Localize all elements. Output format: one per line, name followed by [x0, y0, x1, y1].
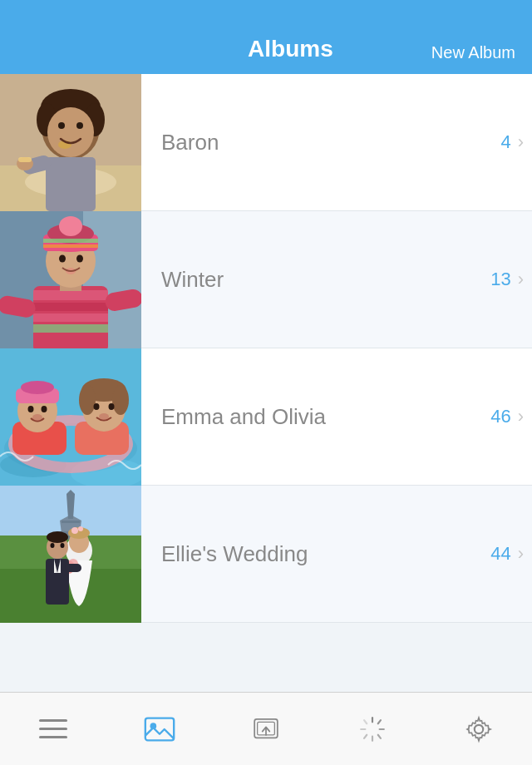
svg-point-78 [61, 543, 65, 548]
svg-rect-20 [33, 313, 108, 322]
chevron-icon-emma-olivia: › [518, 406, 524, 427]
album-count-winter: 13 [490, 269, 510, 290]
tab-gallery[interactable] [106, 693, 213, 765]
spinner-icon [357, 713, 388, 745]
svg-rect-22 [33, 335, 108, 343]
album-thumbnail-ellies-wedding [0, 486, 141, 623]
svg-point-53 [79, 385, 96, 415]
album-info-baron: Baron 4 › [141, 130, 532, 155]
svg-point-32 [76, 254, 83, 262]
album-right-baron: 4 › [500, 131, 524, 153]
album-thumbnail-baron [0, 74, 141, 211]
album-count-ellies-wedding: 44 [490, 543, 510, 565]
header: Albums New Album [0, 0, 532, 74]
svg-rect-14 [18, 157, 32, 162]
svg-rect-21 [33, 324, 108, 333]
svg-rect-79 [65, 564, 81, 572]
svg-line-89 [364, 734, 367, 738]
svg-point-54 [112, 385, 129, 415]
svg-rect-11 [46, 157, 96, 211]
upload-icon [248, 711, 284, 748]
album-info-winter: Winter 13 › [141, 267, 532, 293]
svg-line-85 [378, 720, 381, 723]
hamburger-icon [35, 711, 71, 748]
album-right-winter: 13 › [490, 269, 524, 290]
svg-point-10 [76, 122, 83, 129]
album-item-emma-olivia[interactable]: Emma and Olivia 46 › [0, 348, 532, 486]
tab-menu[interactable] [0, 693, 106, 765]
svg-line-91 [364, 720, 367, 723]
album-info-ellies-wedding: Ellie's Wedding 44 › [141, 541, 532, 567]
svg-point-55 [94, 403, 100, 410]
album-right-ellies-wedding: 44 › [490, 543, 524, 565]
tab-settings[interactable] [426, 693, 532, 765]
album-name-winter: Winter [161, 267, 224, 293]
svg-point-9 [58, 122, 65, 129]
chevron-icon-winter: › [518, 269, 524, 290]
album-item-baron[interactable]: Baron 4 › [0, 74, 532, 211]
album-thumbnail-emma-olivia [0, 348, 141, 486]
tab-upload[interactable] [213, 693, 319, 765]
svg-point-56 [109, 403, 115, 410]
svg-point-76 [47, 531, 68, 543]
svg-line-87 [378, 734, 381, 738]
new-album-button[interactable]: New Album [431, 43, 515, 62]
svg-rect-18 [33, 290, 108, 300]
svg-point-46 [21, 381, 54, 394]
svg-rect-74 [46, 559, 69, 605]
svg-point-7 [47, 107, 94, 157]
svg-point-92 [475, 724, 483, 733]
svg-rect-65 [62, 521, 80, 523]
tab-bar [0, 692, 532, 765]
tab-activity[interactable] [319, 693, 426, 765]
svg-point-49 [32, 414, 42, 421]
svg-point-57 [99, 413, 109, 420]
album-name-ellies-wedding: Ellie's Wedding [161, 541, 308, 567]
album-info-emma-olivia: Emma and Olivia 46 › [141, 404, 532, 430]
svg-point-30 [59, 216, 82, 236]
chevron-icon-baron: › [518, 131, 524, 153]
svg-rect-19 [33, 303, 108, 311]
album-name-baron: Baron [161, 130, 219, 155]
album-item-ellies-wedding[interactable]: Ellie's Wedding 44 › [0, 486, 532, 623]
album-count-baron: 4 [500, 131, 510, 153]
svg-point-77 [51, 543, 55, 548]
svg-point-71 [78, 526, 83, 531]
chevron-icon-ellies-wedding: › [518, 543, 524, 565]
album-list: Baron 4 › [0, 74, 532, 623]
album-count-emma-olivia: 46 [490, 406, 510, 427]
album-item-winter[interactable]: Winter 13 › [0, 211, 532, 348]
album-thumbnail-winter [0, 211, 141, 348]
gear-icon [461, 711, 497, 748]
svg-rect-80 [145, 718, 174, 740]
svg-point-48 [42, 406, 47, 412]
gallery-icon [141, 711, 178, 748]
album-name-emma-olivia: Emma and Olivia [161, 404, 326, 430]
svg-point-70 [71, 527, 78, 534]
svg-point-31 [59, 254, 66, 262]
album-right-emma-olivia: 46 › [490, 406, 524, 427]
svg-point-47 [28, 406, 34, 412]
svg-rect-29 [43, 244, 98, 248]
svg-rect-28 [43, 239, 98, 243]
